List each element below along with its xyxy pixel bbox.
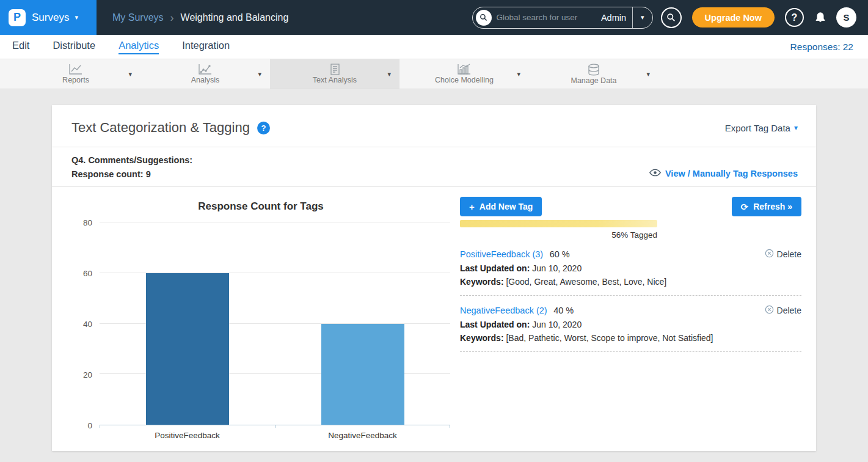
toolbar-analysis[interactable]: Analysis ▾ (140, 59, 270, 89)
product-name: Surveys (32, 12, 69, 24)
dropdown-caret-icon[interactable]: ▾ (646, 70, 650, 78)
x-tick-label: PositiveFeedback (100, 425, 275, 440)
view-link-label: View / Manually Tag Responses (665, 169, 798, 178)
refresh-icon: ⟳ (741, 202, 749, 211)
notifications-bell-icon[interactable] (814, 11, 826, 24)
chart-bars (100, 222, 450, 425)
tab-label: Edit (12, 40, 29, 54)
tag-name-link[interactable]: PositiveFeedback (3) (460, 249, 543, 259)
eye-icon (649, 169, 661, 178)
tagged-progress-label: 56% Tagged (460, 230, 657, 240)
add-new-tag-label: Add New Tag (480, 202, 533, 211)
tab-label: Analytics (119, 40, 159, 54)
search-button[interactable] (661, 7, 682, 28)
tagged-progress-bar (460, 220, 657, 227)
upgrade-now-button[interactable]: Upgrade Now (692, 7, 775, 28)
help-button[interactable]: ? (785, 8, 804, 27)
header-actions: Admin ▾ Upgrade Now ? S (472, 7, 868, 29)
surveys-product-switcher[interactable]: P Surveys ▾ (0, 0, 97, 35)
delete-tag-button[interactable]: Delete (765, 249, 801, 260)
view-manually-tag-link[interactable]: View / Manually Tag Responses (649, 169, 798, 178)
toolbar-label: Choice Modelling (435, 76, 494, 84)
chart-title: Response Count for Tags (71, 200, 450, 213)
help-icon[interactable]: ? (257, 122, 270, 134)
search-icon (476, 10, 492, 26)
y-tick-label: 20 (83, 370, 92, 380)
y-tick-label: 0 (87, 421, 92, 430)
tag-percent: 40 % (553, 306, 574, 315)
tab-integration[interactable]: Integration (182, 40, 230, 54)
tag-item: PositiveFeedback (3) 60 % Delete Last Up… (460, 249, 801, 296)
area-chart-icon (198, 64, 213, 75)
delete-label: Delete (777, 306, 801, 315)
tag-item: NegativeFeedback (2) 40 % Delete Last Up… (460, 305, 801, 352)
y-tick-label: 40 (83, 320, 92, 329)
toolbar-label: Text Analysis (313, 76, 357, 84)
question-row: Q4. Comments/Suggestions: Response count… (52, 147, 816, 186)
bar-chart: Response Count for Tags 020406080 Positi… (71, 197, 450, 440)
tag-name-link[interactable]: NegativeFeedback (2) (460, 306, 547, 315)
toolbar-label: Analysis (191, 76, 220, 84)
chevron-down-icon: ▾ (75, 13, 78, 21)
responses-count[interactable]: Responses: 22 (790, 42, 853, 53)
tab-label: Distribute (53, 40, 95, 54)
tab-edit[interactable]: Edit (12, 40, 29, 54)
survey-nav: Edit Distribute Analytics Integration Re… (0, 35, 868, 59)
dropdown-caret-icon[interactable]: ▾ (128, 70, 132, 78)
tag-last-updated: Last Updated on: Jun 10, 2020 (460, 320, 801, 329)
axis-tick (100, 425, 100, 428)
response-count-label: Response count: (71, 169, 144, 179)
caret-down-icon: ▾ (794, 123, 798, 132)
export-tag-data-button[interactable]: Export Tag Data ▾ (725, 123, 798, 133)
circle-x-icon (765, 305, 774, 316)
global-search: Admin ▾ (472, 7, 653, 29)
search-icon (666, 13, 676, 22)
x-tick-label: NegativeFeedback (275, 425, 450, 440)
question-label: Q4. Comments/Suggestions: (71, 155, 192, 165)
breadcrumb: My Surveys › Weighting and Balancing (112, 12, 288, 23)
content-area: Text Categorization & Tagging ? Export T… (0, 89, 868, 462)
breadcrumb-my-surveys[interactable]: My Surveys (112, 12, 164, 23)
chevron-right-icon: › (170, 12, 174, 23)
refresh-label: Refresh » (753, 202, 792, 211)
refresh-button[interactable]: ⟳ Refresh » (732, 197, 801, 216)
response-count-value: 9 (146, 169, 151, 179)
dropdown-caret-icon[interactable]: ▾ (387, 70, 391, 78)
bar-NegativeFeedback[interactable] (321, 324, 404, 425)
document-icon (327, 64, 342, 75)
card-body: Response Count for Tags 020406080 Positi… (52, 187, 816, 451)
delete-tag-button[interactable]: Delete (765, 305, 801, 316)
search-scope-select[interactable]: Admin (599, 13, 632, 23)
logo-letter: P (13, 11, 21, 24)
bar-PositiveFeedback[interactable] (146, 273, 229, 425)
toolbar-text-analysis[interactable]: Text Analysis ▾ (270, 59, 399, 89)
user-avatar[interactable]: S (836, 7, 856, 28)
questionpro-logo: P (9, 9, 26, 26)
plus-icon: + (469, 202, 475, 211)
axis-tick (275, 425, 275, 428)
breadcrumb-current-survey: Weighting and Balancing (181, 12, 289, 23)
global-search-input[interactable] (497, 13, 599, 22)
tag-percent: 60 % (550, 249, 570, 259)
y-tick-label: 60 (83, 269, 92, 278)
tag-keywords: Keywords: [Bad, Pathetic, Worst, Scope t… (460, 333, 801, 343)
add-new-tag-button[interactable]: + Add New Tag (460, 197, 542, 216)
dropdown-caret-icon[interactable]: ▾ (258, 70, 261, 78)
toolbar-manage-data[interactable]: Manage Data ▾ (529, 59, 658, 89)
delete-label: Delete (777, 249, 801, 259)
toolbar-choice-modelling[interactable]: Choice Modelling ▾ (399, 59, 529, 89)
page-title: Text Categorization & Tagging (71, 120, 250, 136)
page: P Surveys ▾ My Surveys › Weighting and B… (0, 0, 868, 462)
tag-keywords: Keywords: [Good, Great, Awesome, Best, L… (460, 277, 801, 287)
tab-distribute[interactable]: Distribute (53, 40, 95, 54)
chart-y-axis: 020406080 (71, 222, 100, 425)
dashed-divider (460, 295, 801, 296)
dropdown-caret-icon[interactable]: ▾ (517, 70, 520, 78)
tag-last-updated: Last Updated on: Jun 10, 2020 (460, 263, 801, 273)
toolbar-reports[interactable]: Reports ▾ (11, 59, 140, 89)
card-header: Text Categorization & Tagging ? Export T… (52, 105, 816, 147)
toolbar-label: Manage Data (571, 76, 616, 85)
top-header: P Surveys ▾ My Surveys › Weighting and B… (0, 0, 868, 35)
search-scope-caret-icon[interactable]: ▾ (633, 13, 652, 21)
tab-analytics[interactable]: Analytics (119, 40, 159, 54)
